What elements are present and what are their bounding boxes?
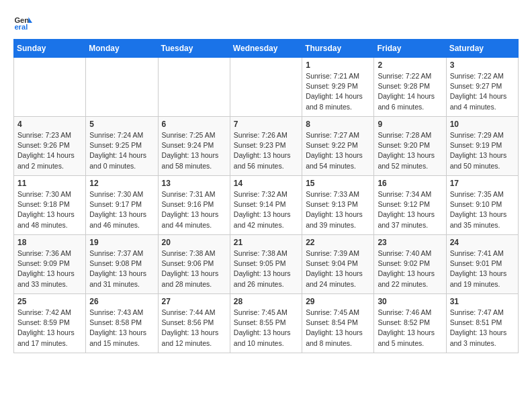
- day-info: Sunrise: 7:25 AM Sunset: 9:24 PM Dayligh…: [162, 130, 226, 171]
- day-number: 28: [234, 297, 298, 306]
- calendar-week-row: 25Sunrise: 7:42 AM Sunset: 8:59 PM Dayli…: [14, 294, 519, 353]
- calendar-cell: 27Sunrise: 7:44 AM Sunset: 8:56 PM Dayli…: [158, 294, 230, 353]
- day-number: 12: [89, 179, 154, 188]
- day-number: 24: [450, 238, 515, 247]
- calendar-cell: 8Sunrise: 7:27 AM Sunset: 9:22 PM Daylig…: [302, 117, 374, 176]
- day-info: Sunrise: 7:31 AM Sunset: 9:16 PM Dayligh…: [162, 189, 226, 230]
- calendar-header-row: SundayMondayTuesdayWednesdayThursdayFrid…: [14, 40, 519, 58]
- calendar-cell: 23Sunrise: 7:40 AM Sunset: 9:02 PM Dayli…: [374, 235, 446, 294]
- day-of-week-header: Tuesday: [158, 40, 230, 58]
- day-info: Sunrise: 7:28 AM Sunset: 9:20 PM Dayligh…: [378, 130, 442, 171]
- day-info: Sunrise: 7:38 AM Sunset: 9:06 PM Dayligh…: [162, 248, 226, 289]
- calendar-cell: 29Sunrise: 7:45 AM Sunset: 8:54 PM Dayli…: [302, 294, 374, 353]
- day-number: 15: [306, 179, 370, 188]
- day-number: 8: [306, 120, 370, 129]
- day-number: 10: [450, 120, 515, 129]
- day-number: 18: [17, 238, 82, 247]
- calendar-cell: 11Sunrise: 7:30 AM Sunset: 9:18 PM Dayli…: [14, 176, 86, 235]
- day-of-week-header: Wednesday: [230, 40, 302, 58]
- calendar-cell: [158, 58, 230, 117]
- day-number: 6: [162, 120, 226, 129]
- calendar-cell: [14, 58, 86, 117]
- day-info: Sunrise: 7:27 AM Sunset: 9:22 PM Dayligh…: [306, 130, 370, 171]
- logo-icon: Gen eral: [13, 13, 32, 32]
- day-of-week-header: Saturday: [446, 40, 518, 58]
- calendar-cell: 17Sunrise: 7:35 AM Sunset: 9:10 PM Dayli…: [446, 176, 518, 235]
- calendar-cell: 10Sunrise: 7:29 AM Sunset: 9:19 PM Dayli…: [446, 117, 518, 176]
- calendar-cell: 4Sunrise: 7:23 AM Sunset: 9:26 PM Daylig…: [14, 117, 86, 176]
- calendar-week-row: 11Sunrise: 7:30 AM Sunset: 9:18 PM Dayli…: [14, 176, 519, 235]
- day-number: 16: [378, 179, 442, 188]
- calendar-cell: 3Sunrise: 7:22 AM Sunset: 9:27 PM Daylig…: [446, 58, 518, 117]
- day-number: 19: [89, 238, 154, 247]
- day-of-week-header: Monday: [86, 40, 158, 58]
- day-info: Sunrise: 7:22 AM Sunset: 9:28 PM Dayligh…: [378, 71, 442, 112]
- calendar-cell: 16Sunrise: 7:34 AM Sunset: 9:12 PM Dayli…: [374, 176, 446, 235]
- day-info: Sunrise: 7:30 AM Sunset: 9:18 PM Dayligh…: [17, 189, 82, 230]
- calendar-cell: 15Sunrise: 7:33 AM Sunset: 9:13 PM Dayli…: [302, 176, 374, 235]
- day-of-week-header: Thursday: [302, 40, 374, 58]
- day-info: Sunrise: 7:35 AM Sunset: 9:10 PM Dayligh…: [450, 189, 515, 230]
- calendar-cell: 6Sunrise: 7:25 AM Sunset: 9:24 PM Daylig…: [158, 117, 230, 176]
- calendar-cell: 31Sunrise: 7:47 AM Sunset: 8:51 PM Dayli…: [446, 294, 518, 353]
- day-info: Sunrise: 7:39 AM Sunset: 9:04 PM Dayligh…: [306, 248, 370, 289]
- calendar-cell: 30Sunrise: 7:46 AM Sunset: 8:52 PM Dayli…: [374, 294, 446, 353]
- day-number: 22: [306, 238, 370, 247]
- calendar-cell: 28Sunrise: 7:45 AM Sunset: 8:55 PM Dayli…: [230, 294, 302, 353]
- day-number: 21: [234, 238, 298, 247]
- day-number: 25: [17, 297, 82, 306]
- day-number: 7: [234, 120, 298, 129]
- day-info: Sunrise: 7:23 AM Sunset: 9:26 PM Dayligh…: [17, 130, 82, 171]
- day-info: Sunrise: 7:32 AM Sunset: 9:14 PM Dayligh…: [234, 189, 298, 230]
- calendar-cell: 9Sunrise: 7:28 AM Sunset: 9:20 PM Daylig…: [374, 117, 446, 176]
- day-number: 31: [450, 297, 515, 306]
- calendar-week-row: 1Sunrise: 7:21 AM Sunset: 9:29 PM Daylig…: [14, 58, 519, 117]
- page-header: Gen eral: [13, 13, 519, 32]
- day-info: Sunrise: 7:34 AM Sunset: 9:12 PM Dayligh…: [378, 189, 442, 230]
- day-number: 29: [306, 297, 370, 306]
- calendar-cell: 18Sunrise: 7:36 AM Sunset: 9:09 PM Dayli…: [14, 235, 86, 294]
- day-info: Sunrise: 7:33 AM Sunset: 9:13 PM Dayligh…: [306, 189, 370, 230]
- day-number: 9: [378, 120, 442, 129]
- day-info: Sunrise: 7:45 AM Sunset: 8:55 PM Dayligh…: [234, 308, 298, 349]
- day-info: Sunrise: 7:41 AM Sunset: 9:01 PM Dayligh…: [450, 248, 515, 289]
- day-number: 27: [162, 297, 226, 306]
- day-number: 20: [162, 238, 226, 247]
- calendar-cell: 22Sunrise: 7:39 AM Sunset: 9:04 PM Dayli…: [302, 235, 374, 294]
- day-number: 4: [17, 120, 82, 129]
- day-number: 2: [378, 60, 442, 70]
- calendar-cell: 21Sunrise: 7:38 AM Sunset: 9:05 PM Dayli…: [230, 235, 302, 294]
- calendar-cell: 7Sunrise: 7:26 AM Sunset: 9:23 PM Daylig…: [230, 117, 302, 176]
- day-info: Sunrise: 7:24 AM Sunset: 9:25 PM Dayligh…: [89, 130, 154, 171]
- day-info: Sunrise: 7:26 AM Sunset: 9:23 PM Dayligh…: [234, 130, 298, 171]
- day-number: 23: [378, 238, 442, 247]
- day-info: Sunrise: 7:40 AM Sunset: 9:02 PM Dayligh…: [378, 248, 442, 289]
- day-number: 1: [306, 60, 370, 70]
- day-info: Sunrise: 7:22 AM Sunset: 9:27 PM Dayligh…: [450, 71, 515, 112]
- day-info: Sunrise: 7:42 AM Sunset: 8:59 PM Dayligh…: [17, 308, 82, 349]
- day-info: Sunrise: 7:37 AM Sunset: 9:08 PM Dayligh…: [89, 248, 154, 289]
- calendar-cell: 12Sunrise: 7:30 AM Sunset: 9:17 PM Dayli…: [86, 176, 158, 235]
- day-of-week-header: Friday: [374, 40, 446, 58]
- calendar-cell: 20Sunrise: 7:38 AM Sunset: 9:06 PM Dayli…: [158, 235, 230, 294]
- day-number: 13: [162, 179, 226, 188]
- day-number: 17: [450, 179, 515, 188]
- calendar-cell: 13Sunrise: 7:31 AM Sunset: 9:16 PM Dayli…: [158, 176, 230, 235]
- calendar-cell: 14Sunrise: 7:32 AM Sunset: 9:14 PM Dayli…: [230, 176, 302, 235]
- calendar-cell: 5Sunrise: 7:24 AM Sunset: 9:25 PM Daylig…: [86, 117, 158, 176]
- day-info: Sunrise: 7:47 AM Sunset: 8:51 PM Dayligh…: [450, 308, 515, 349]
- calendar-cell: [230, 58, 302, 117]
- calendar-cell: 19Sunrise: 7:37 AM Sunset: 9:08 PM Dayli…: [86, 235, 158, 294]
- day-number: 11: [17, 179, 82, 188]
- day-info: Sunrise: 7:30 AM Sunset: 9:17 PM Dayligh…: [89, 189, 154, 230]
- svg-text:eral: eral: [14, 23, 28, 31]
- calendar-cell: 24Sunrise: 7:41 AM Sunset: 9:01 PM Dayli…: [446, 235, 518, 294]
- calendar-cell: [86, 58, 158, 117]
- day-info: Sunrise: 7:29 AM Sunset: 9:19 PM Dayligh…: [450, 130, 515, 171]
- day-of-week-header: Sunday: [14, 40, 86, 58]
- calendar-cell: 2Sunrise: 7:22 AM Sunset: 9:28 PM Daylig…: [374, 58, 446, 117]
- day-info: Sunrise: 7:44 AM Sunset: 8:56 PM Dayligh…: [162, 308, 226, 349]
- day-info: Sunrise: 7:38 AM Sunset: 9:05 PM Dayligh…: [234, 248, 298, 289]
- day-number: 3: [450, 60, 515, 70]
- calendar-cell: 1Sunrise: 7:21 AM Sunset: 9:29 PM Daylig…: [302, 58, 374, 117]
